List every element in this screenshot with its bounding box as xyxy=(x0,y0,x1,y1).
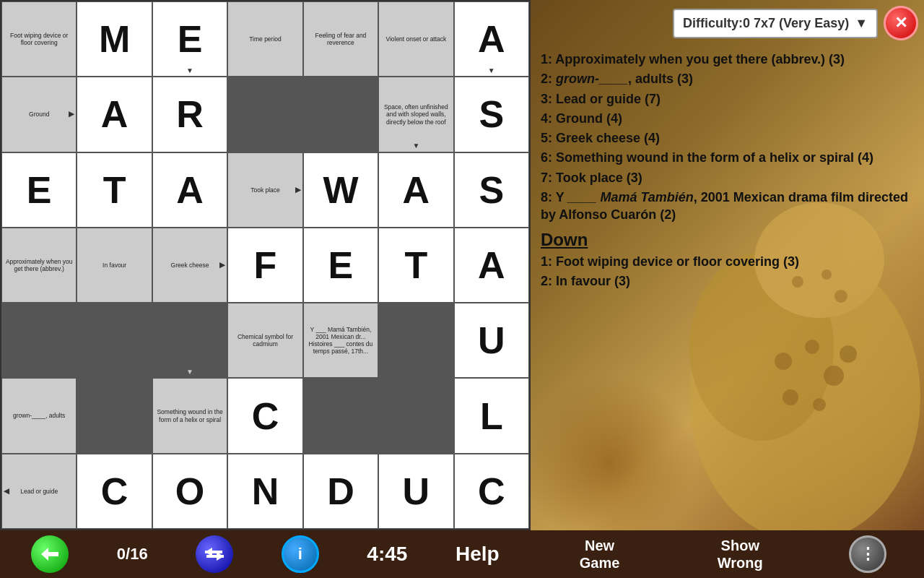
cell-r6c7[interactable]: L xyxy=(454,378,529,453)
cell-r1c2[interactable]: M xyxy=(77,1,152,77)
chevron-down-icon: ▼ xyxy=(855,16,868,31)
cell-r2c3[interactable]: R xyxy=(152,77,227,152)
cell-r3c4: Took place ▶ xyxy=(227,152,302,228)
cell-r7c1: Lead or guide ◀ xyxy=(1,454,77,529)
cell-r7c2[interactable]: C xyxy=(77,454,152,529)
cell-r2c4-black xyxy=(227,77,302,152)
arrow-down-r1c7: ▼ xyxy=(488,66,495,74)
cell-r6c5-black xyxy=(303,378,378,453)
bottom-bar: 0/16 i 4:45 Help xyxy=(0,530,531,578)
arrow-right-r4c3: ▶ xyxy=(219,261,225,269)
cell-r3c3[interactable]: A xyxy=(152,152,227,228)
cell-r4c3: Greek cheese ▶ xyxy=(152,228,227,303)
cell-r6c3: Something wound in the form of a helix o… xyxy=(152,378,227,453)
cell-r1c7[interactable]: A ▼ xyxy=(454,1,529,77)
cell-r6c6-black xyxy=(378,378,453,453)
clue-across-6: 6: Something wound in the form of a heli… xyxy=(541,149,914,166)
top-bar: Difficulty:0 7x7 (Very Easy) ▼ ✕ xyxy=(531,0,924,46)
difficulty-selector[interactable]: Difficulty:0 7x7 (Very Easy) ▼ xyxy=(673,9,878,38)
cell-r1c6: Violent onset or attack xyxy=(378,1,453,77)
left-panel: Foot wiping device or floor covering M E… xyxy=(0,0,531,578)
clues-area: 1: Approximately when you get there (abb… xyxy=(531,46,924,530)
close-button[interactable]: ✕ xyxy=(884,6,918,40)
cell-r4c4[interactable]: F xyxy=(227,228,302,303)
cell-r5c7[interactable]: U xyxy=(454,303,529,378)
cell-r2c2[interactable]: A xyxy=(77,77,152,152)
cell-r6c1: grown-____, adults xyxy=(1,378,77,453)
cell-r4c2: In favour xyxy=(77,228,152,303)
clue-across-3: 3: Lead or guide (7) xyxy=(541,90,914,108)
right-bottom-bar: NewGame ShowWrong ⋮ xyxy=(531,530,924,578)
cell-r3c6[interactable]: A xyxy=(378,152,453,228)
clue-across-1: 1: Approximately when you get there (abb… xyxy=(541,51,914,68)
arrow-down-r5c3: ▼ xyxy=(186,368,193,376)
cell-r1c1: Foot wiping device or floor covering xyxy=(1,1,77,77)
cell-r5c3-black: ▼ xyxy=(152,303,227,378)
new-game-button[interactable]: NewGame xyxy=(568,534,632,574)
swap-button[interactable] xyxy=(196,535,233,573)
arrow-right-r3c4: ▶ xyxy=(295,186,301,194)
cell-r2c5-black xyxy=(303,77,378,152)
cell-r2c7[interactable]: S xyxy=(454,77,529,152)
cell-r3c2[interactable]: T xyxy=(77,152,152,228)
cell-r5c5: Y ___ Mamá También, 2001 Mexican dr... H… xyxy=(303,303,378,378)
clue-down-2: 2: In favour (3) xyxy=(541,272,914,290)
cell-r5c6-black xyxy=(378,303,453,378)
score-display: 0/16 xyxy=(117,545,148,564)
cell-r1c4: Time period xyxy=(227,1,302,77)
cell-r4c1: Approximately when you get there (abbrev… xyxy=(1,228,77,303)
cell-r4c5[interactable]: E xyxy=(303,228,378,303)
arrow-down-r1c3: ▼ xyxy=(186,66,193,74)
cell-r3c1[interactable]: E xyxy=(1,152,77,228)
cell-r7c4[interactable]: N xyxy=(227,454,302,529)
cell-r1c5: Feeling of fear and reverence xyxy=(303,1,378,77)
arrow-right-r2c1: ▶ xyxy=(69,110,74,118)
clue-across-5: 5: Greek cheese (4) xyxy=(541,129,914,147)
difficulty-label: Difficulty:0 7x7 (Very Easy) xyxy=(683,16,849,31)
clue-across-7: 7: Took place (3) xyxy=(541,169,914,186)
cell-r6c4[interactable]: C xyxy=(227,378,302,453)
cell-r2c6: Space, often unfinished and with sloped … xyxy=(378,77,453,152)
cell-r3c5[interactable]: W xyxy=(303,152,378,228)
cell-r2c1: Ground ▶ xyxy=(1,77,77,152)
right-panel: Difficulty:0 7x7 (Very Easy) ▼ ✕ 1: Appr… xyxy=(531,0,924,578)
cell-r7c5[interactable]: D xyxy=(303,454,378,529)
down-title: Down xyxy=(541,230,914,250)
gear-icon: ⋮ xyxy=(860,545,876,564)
info-button[interactable]: i xyxy=(282,535,319,573)
cell-r5c1-black xyxy=(1,303,77,378)
clue-across-4: 4: Ground (4) xyxy=(541,110,914,127)
cell-r4c7[interactable]: A xyxy=(454,228,529,303)
timer-display: 4:45 xyxy=(367,543,407,566)
help-display[interactable]: Help xyxy=(456,543,500,566)
arrow-left-r7c1: ◀ xyxy=(4,487,9,496)
clue-across-8: 8: Y ____ Mamá También, 2001 Mexican dra… xyxy=(541,189,914,224)
svg-rect-1 xyxy=(47,552,58,556)
cell-r1c3[interactable]: E ▼ xyxy=(152,1,227,77)
show-wrong-button[interactable]: ShowWrong xyxy=(706,534,775,574)
svg-rect-3 xyxy=(205,551,222,553)
svg-rect-5 xyxy=(206,555,224,558)
right-content: Difficulty:0 7x7 (Very Easy) ▼ ✕ 1: Appr… xyxy=(531,0,924,578)
cell-r5c4: Chemical symbol for cadmium xyxy=(227,303,302,378)
clue-down-1: 1: Foot wiping device or floor covering … xyxy=(541,253,914,270)
cell-r3c7[interactable]: S xyxy=(454,152,529,228)
cell-r6c2-black xyxy=(77,378,152,453)
cell-r4c6[interactable]: T xyxy=(378,228,453,303)
clue-across-2: 2: grown-____, adults (3) xyxy=(541,70,914,87)
cell-r7c7[interactable]: C xyxy=(454,454,529,529)
settings-button[interactable]: ⋮ xyxy=(849,535,886,573)
crossword-grid[interactable]: Foot wiping device or floor covering M E… xyxy=(0,0,531,530)
cell-r7c3[interactable]: O xyxy=(152,454,227,529)
arrow-down-r2c6: ▼ xyxy=(412,142,419,150)
back-button[interactable] xyxy=(31,535,69,573)
cell-r7c6[interactable]: U xyxy=(378,454,453,529)
cell-r5c2-black xyxy=(77,303,152,378)
